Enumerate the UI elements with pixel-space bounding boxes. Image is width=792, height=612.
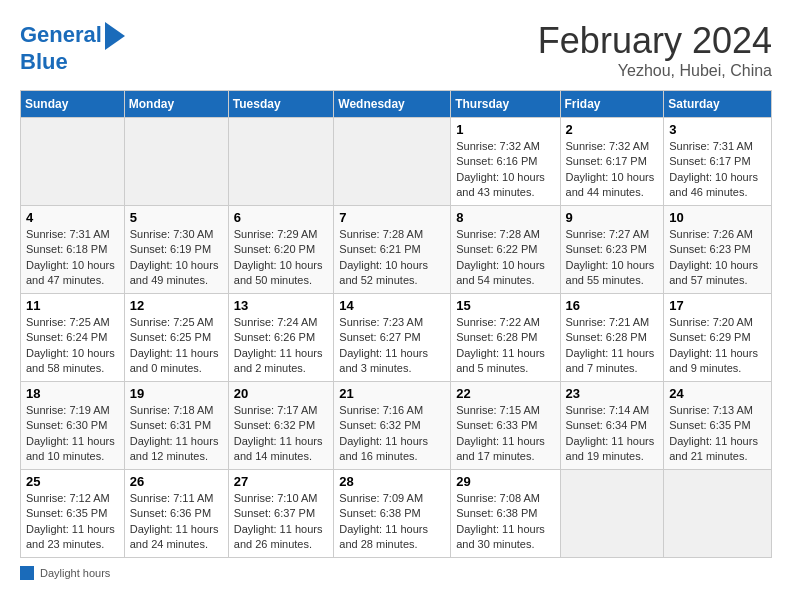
cell-content: Sunrise: 7:23 AM Sunset: 6:27 PM Dayligh… bbox=[339, 315, 445, 377]
day-number: 24 bbox=[669, 386, 766, 401]
day-number: 1 bbox=[456, 122, 554, 137]
calendar-cell: 12Sunrise: 7:25 AM Sunset: 6:25 PM Dayli… bbox=[124, 294, 228, 382]
calendar-cell: 11Sunrise: 7:25 AM Sunset: 6:24 PM Dayli… bbox=[21, 294, 125, 382]
day-number: 26 bbox=[130, 474, 223, 489]
day-of-week-header: Tuesday bbox=[228, 91, 334, 118]
cell-content: Sunrise: 7:18 AM Sunset: 6:31 PM Dayligh… bbox=[130, 403, 223, 465]
cell-content: Sunrise: 7:14 AM Sunset: 6:34 PM Dayligh… bbox=[566, 403, 659, 465]
day-number: 14 bbox=[339, 298, 445, 313]
calendar-cell: 9Sunrise: 7:27 AM Sunset: 6:23 PM Daylig… bbox=[560, 206, 664, 294]
title-block: February 2024 Yezhou, Hubei, China bbox=[538, 20, 772, 80]
calendar-week-row: 11Sunrise: 7:25 AM Sunset: 6:24 PM Dayli… bbox=[21, 294, 772, 382]
day-number: 21 bbox=[339, 386, 445, 401]
calendar-cell: 10Sunrise: 7:26 AM Sunset: 6:23 PM Dayli… bbox=[664, 206, 772, 294]
day-of-week-header: Sunday bbox=[21, 91, 125, 118]
cell-content: Sunrise: 7:26 AM Sunset: 6:23 PM Dayligh… bbox=[669, 227, 766, 289]
day-number: 15 bbox=[456, 298, 554, 313]
calendar-table: SundayMondayTuesdayWednesdayThursdayFrid… bbox=[20, 90, 772, 558]
calendar-cell: 1Sunrise: 7:32 AM Sunset: 6:16 PM Daylig… bbox=[451, 118, 560, 206]
calendar-cell: 20Sunrise: 7:17 AM Sunset: 6:32 PM Dayli… bbox=[228, 382, 334, 470]
calendar-cell: 29Sunrise: 7:08 AM Sunset: 6:38 PM Dayli… bbox=[451, 470, 560, 558]
day-number: 23 bbox=[566, 386, 659, 401]
cell-content: Sunrise: 7:19 AM Sunset: 6:30 PM Dayligh… bbox=[26, 403, 119, 465]
page-subtitle: Yezhou, Hubei, China bbox=[538, 62, 772, 80]
calendar-cell bbox=[124, 118, 228, 206]
cell-content: Sunrise: 7:32 AM Sunset: 6:17 PM Dayligh… bbox=[566, 139, 659, 201]
cell-content: Sunrise: 7:08 AM Sunset: 6:38 PM Dayligh… bbox=[456, 491, 554, 553]
calendar-cell bbox=[664, 470, 772, 558]
day-number: 13 bbox=[234, 298, 329, 313]
cell-content: Sunrise: 7:11 AM Sunset: 6:36 PM Dayligh… bbox=[130, 491, 223, 553]
day-number: 6 bbox=[234, 210, 329, 225]
day-number: 11 bbox=[26, 298, 119, 313]
page-header: General Blue February 2024 Yezhou, Hubei… bbox=[20, 20, 772, 80]
cell-content: Sunrise: 7:22 AM Sunset: 6:28 PM Dayligh… bbox=[456, 315, 554, 377]
day-number: 20 bbox=[234, 386, 329, 401]
cell-content: Sunrise: 7:20 AM Sunset: 6:29 PM Dayligh… bbox=[669, 315, 766, 377]
logo-text: General bbox=[20, 23, 102, 47]
day-number: 5 bbox=[130, 210, 223, 225]
calendar-header-row: SundayMondayTuesdayWednesdayThursdayFrid… bbox=[21, 91, 772, 118]
day-number: 17 bbox=[669, 298, 766, 313]
day-number: 16 bbox=[566, 298, 659, 313]
cell-content: Sunrise: 7:25 AM Sunset: 6:24 PM Dayligh… bbox=[26, 315, 119, 377]
day-number: 4 bbox=[26, 210, 119, 225]
day-number: 25 bbox=[26, 474, 119, 489]
legend-color-box bbox=[20, 566, 34, 580]
calendar-cell: 16Sunrise: 7:21 AM Sunset: 6:28 PM Dayli… bbox=[560, 294, 664, 382]
cell-content: Sunrise: 7:21 AM Sunset: 6:28 PM Dayligh… bbox=[566, 315, 659, 377]
day-of-week-header: Thursday bbox=[451, 91, 560, 118]
calendar-cell: 4Sunrise: 7:31 AM Sunset: 6:18 PM Daylig… bbox=[21, 206, 125, 294]
cell-content: Sunrise: 7:09 AM Sunset: 6:38 PM Dayligh… bbox=[339, 491, 445, 553]
calendar-week-row: 1Sunrise: 7:32 AM Sunset: 6:16 PM Daylig… bbox=[21, 118, 772, 206]
cell-content: Sunrise: 7:32 AM Sunset: 6:16 PM Dayligh… bbox=[456, 139, 554, 201]
legend: Daylight hours bbox=[20, 566, 772, 580]
cell-content: Sunrise: 7:25 AM Sunset: 6:25 PM Dayligh… bbox=[130, 315, 223, 377]
logo-text2: Blue bbox=[20, 50, 68, 74]
calendar-cell: 13Sunrise: 7:24 AM Sunset: 6:26 PM Dayli… bbox=[228, 294, 334, 382]
day-number: 27 bbox=[234, 474, 329, 489]
calendar-cell: 14Sunrise: 7:23 AM Sunset: 6:27 PM Dayli… bbox=[334, 294, 451, 382]
cell-content: Sunrise: 7:30 AM Sunset: 6:19 PM Dayligh… bbox=[130, 227, 223, 289]
calendar-cell bbox=[21, 118, 125, 206]
day-number: 10 bbox=[669, 210, 766, 225]
calendar-cell: 25Sunrise: 7:12 AM Sunset: 6:35 PM Dayli… bbox=[21, 470, 125, 558]
day-number: 22 bbox=[456, 386, 554, 401]
day-number: 29 bbox=[456, 474, 554, 489]
cell-content: Sunrise: 7:12 AM Sunset: 6:35 PM Dayligh… bbox=[26, 491, 119, 553]
calendar-cell: 24Sunrise: 7:13 AM Sunset: 6:35 PM Dayli… bbox=[664, 382, 772, 470]
calendar-cell: 17Sunrise: 7:20 AM Sunset: 6:29 PM Dayli… bbox=[664, 294, 772, 382]
cell-content: Sunrise: 7:31 AM Sunset: 6:17 PM Dayligh… bbox=[669, 139, 766, 201]
calendar-cell: 19Sunrise: 7:18 AM Sunset: 6:31 PM Dayli… bbox=[124, 382, 228, 470]
cell-content: Sunrise: 7:10 AM Sunset: 6:37 PM Dayligh… bbox=[234, 491, 329, 553]
calendar-cell: 21Sunrise: 7:16 AM Sunset: 6:32 PM Dayli… bbox=[334, 382, 451, 470]
calendar-cell bbox=[334, 118, 451, 206]
day-number: 2 bbox=[566, 122, 659, 137]
calendar-week-row: 25Sunrise: 7:12 AM Sunset: 6:35 PM Dayli… bbox=[21, 470, 772, 558]
calendar-cell: 8Sunrise: 7:28 AM Sunset: 6:22 PM Daylig… bbox=[451, 206, 560, 294]
day-number: 7 bbox=[339, 210, 445, 225]
calendar-cell: 5Sunrise: 7:30 AM Sunset: 6:19 PM Daylig… bbox=[124, 206, 228, 294]
calendar-week-row: 18Sunrise: 7:19 AM Sunset: 6:30 PM Dayli… bbox=[21, 382, 772, 470]
calendar-week-row: 4Sunrise: 7:31 AM Sunset: 6:18 PM Daylig… bbox=[21, 206, 772, 294]
cell-content: Sunrise: 7:15 AM Sunset: 6:33 PM Dayligh… bbox=[456, 403, 554, 465]
calendar-cell: 27Sunrise: 7:10 AM Sunset: 6:37 PM Dayli… bbox=[228, 470, 334, 558]
calendar-cell: 18Sunrise: 7:19 AM Sunset: 6:30 PM Dayli… bbox=[21, 382, 125, 470]
day-number: 8 bbox=[456, 210, 554, 225]
day-number: 3 bbox=[669, 122, 766, 137]
cell-content: Sunrise: 7:28 AM Sunset: 6:21 PM Dayligh… bbox=[339, 227, 445, 289]
day-number: 12 bbox=[130, 298, 223, 313]
calendar-cell: 22Sunrise: 7:15 AM Sunset: 6:33 PM Dayli… bbox=[451, 382, 560, 470]
cell-content: Sunrise: 7:28 AM Sunset: 6:22 PM Dayligh… bbox=[456, 227, 554, 289]
cell-content: Sunrise: 7:17 AM Sunset: 6:32 PM Dayligh… bbox=[234, 403, 329, 465]
day-of-week-header: Friday bbox=[560, 91, 664, 118]
calendar-cell bbox=[560, 470, 664, 558]
logo: General Blue bbox=[20, 20, 125, 74]
day-number: 28 bbox=[339, 474, 445, 489]
calendar-cell: 23Sunrise: 7:14 AM Sunset: 6:34 PM Dayli… bbox=[560, 382, 664, 470]
calendar-cell: 15Sunrise: 7:22 AM Sunset: 6:28 PM Dayli… bbox=[451, 294, 560, 382]
calendar-cell: 3Sunrise: 7:31 AM Sunset: 6:17 PM Daylig… bbox=[664, 118, 772, 206]
calendar-cell: 28Sunrise: 7:09 AM Sunset: 6:38 PM Dayli… bbox=[334, 470, 451, 558]
day-of-week-header: Saturday bbox=[664, 91, 772, 118]
day-number: 19 bbox=[130, 386, 223, 401]
